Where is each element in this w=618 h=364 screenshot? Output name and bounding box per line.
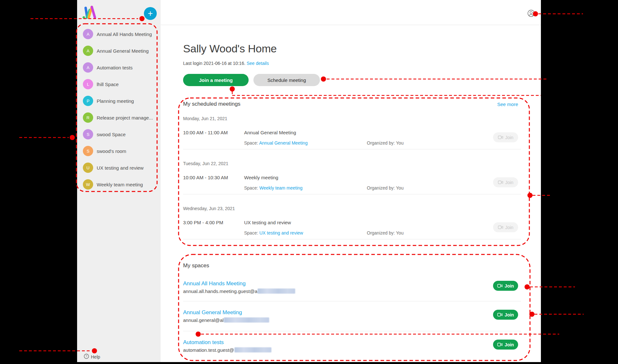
scheduled-meetings-list: Monday, Jun 21, 2021 10:00 AM - 11:00 AM… <box>183 116 521 239</box>
space-link[interactable]: Annual General Meeting <box>183 309 521 316</box>
page-title: Sally Wood's Home <box>183 42 521 55</box>
app-window: + A Annual All Hands Meeting A Annual Ge… <box>77 0 541 362</box>
meeting-row: 3:00 PM - 4:00 PMUX testing and review S… <box>183 220 521 236</box>
help-icon: ? <box>84 354 89 360</box>
top-bar <box>161 0 541 25</box>
sidebar-space-item[interactable]: A Annual General Meeting <box>83 42 159 59</box>
join-space-button[interactable]: Join <box>493 281 518 291</box>
meeting-time: 3:00 PM - 4:00 PM <box>183 220 244 225</box>
space-avatar: L <box>83 79 93 89</box>
join-meeting-button[interactable]: Join <box>493 132 518 142</box>
space-name-label: Planning meeting <box>97 98 134 104</box>
meeting-row: 10:00 AM - 10:30 AMWeekly meeting Space:… <box>183 175 521 191</box>
space-link[interactable]: Annual All Hands Meeting <box>183 280 521 287</box>
redacted-email-domain <box>234 347 271 352</box>
space-avatar: A <box>83 29 93 39</box>
space-name-label: UX testing and review <box>97 165 144 171</box>
space-label: Space: <box>244 185 259 191</box>
redacted-email-domain <box>224 317 269 323</box>
space-avatar: W <box>83 179 93 190</box>
app-logo-icon <box>82 5 98 21</box>
space-avatar: U <box>83 163 93 173</box>
row-divider <box>183 194 521 194</box>
sidebar: + A Annual All Hands Meeting A Annual Ge… <box>77 0 161 362</box>
schedule-meeting-button[interactable]: Schedule meeting <box>253 74 320 86</box>
space-list: A Annual All Hands Meeting A Annual Gene… <box>83 26 159 193</box>
space-email-text: annual.general@al <box>183 317 224 323</box>
space-name-label: swood's room <box>97 148 126 154</box>
space-avatar: R <box>83 112 93 123</box>
sidebar-space-item[interactable]: L lhill Space <box>83 76 159 93</box>
sidebar-space-item[interactable]: S swood's room <box>83 143 159 159</box>
see-details-link[interactable]: See details <box>247 61 269 66</box>
space-avatar: A <box>83 62 93 73</box>
space-avatar: A <box>83 46 93 56</box>
meeting-space-link[interactable]: UX testing and review <box>259 230 303 235</box>
space-name-label: Release project manage... <box>97 115 153 120</box>
space-email: annual.all.hands.meeting.guest@a <box>183 288 521 294</box>
organized-by-text: Organized by: You <box>367 185 403 191</box>
profile-avatar-icon[interactable] <box>527 10 535 18</box>
new-space-button[interactable]: + <box>144 7 157 20</box>
row-divider <box>183 239 521 239</box>
meeting-space-line: Space: Annual General Meeting <box>244 140 367 146</box>
space-label: Space: <box>244 140 259 146</box>
join-button-label: Join <box>505 135 514 140</box>
meeting-space-link[interactable]: Weekly team meeting <box>259 185 302 191</box>
schedule-day-group: Wednesday, Jun 23, 2021 3:00 PM - 4:00 P… <box>183 206 521 239</box>
space-row: Annual All Hands Meeting annual.all.hand… <box>183 280 521 294</box>
my-spaces-title: My spaces <box>183 262 521 269</box>
see-more-link[interactable]: See more <box>497 102 518 107</box>
join-space-button[interactable]: Join <box>493 310 518 320</box>
space-name-label: Annual General Meeting <box>97 48 149 54</box>
row-divider <box>183 331 521 331</box>
organized-by-text: Organized by: You <box>367 140 403 146</box>
meeting-space-line: Space: Weekly team meeting <box>244 185 367 191</box>
svg-text:?: ? <box>85 354 87 358</box>
space-name-label: swood Space <box>97 132 126 137</box>
space-avatar: S <box>83 146 93 156</box>
join-meeting-button[interactable]: Join <box>493 177 518 187</box>
sidebar-space-item[interactable]: A Automation tests <box>83 59 159 76</box>
sidebar-space-item[interactable]: R Release project manage... <box>83 109 159 126</box>
sidebar-space-item[interactable]: S swood Space <box>83 126 159 143</box>
last-login-line: Last login 2021-06-16 at 10:16. See deta… <box>183 61 521 66</box>
home-content: Sally Wood's Home Last login 2021-06-16 … <box>183 42 521 353</box>
space-avatar: P <box>83 96 93 106</box>
redacted-email-domain <box>258 289 295 294</box>
scheduled-meetings-title: My scheduled meetings <box>183 101 241 107</box>
space-link[interactable]: Automation tests <box>183 339 521 346</box>
meeting-row: 10:00 AM - 11:00 AMAnnual General Meetin… <box>183 130 521 146</box>
sidebar-space-item[interactable]: A Annual All Hands Meeting <box>83 26 159 42</box>
screenshot-canvas: { "colors": { "annotation_red": "#ee0000… <box>0 0 618 364</box>
sidebar-space-item[interactable]: U UX testing and review <box>83 159 159 176</box>
last-login-text: Last login 2021-06-16 at 10:16. <box>183 61 245 66</box>
space-avatar: S <box>83 129 93 139</box>
sidebar-space-item[interactable]: P Planning meeting <box>83 93 159 109</box>
space-email: automation.test.guest@ <box>183 347 521 353</box>
join-space-button[interactable]: Join <box>493 340 518 350</box>
space-email: annual.general@al <box>183 317 521 323</box>
meeting-title: UX testing and review <box>244 220 291 225</box>
meeting-space-link[interactable]: Annual General Meeting <box>259 140 308 146</box>
schedule-day-group: Monday, Jun 21, 2021 10:00 AM - 11:00 AM… <box>183 116 521 149</box>
space-email-text: annual.all.hands.meeting.guest@a <box>183 289 257 294</box>
meeting-space-line: Space: UX testing and review <box>244 230 367 236</box>
help-button[interactable]: ? Help <box>84 354 100 360</box>
annotation-dot <box>70 135 75 140</box>
space-row: Annual General Meeting annual.general@al… <box>183 309 521 323</box>
space-name-label: Annual All Hands Meeting <box>97 31 152 37</box>
join-meeting-button[interactable]: Join <box>493 222 518 232</box>
join-a-meeting-button[interactable]: Join a meeting <box>183 74 249 86</box>
my-spaces-list: Annual All Hands Meeting annual.all.hand… <box>183 280 521 353</box>
space-name-label: Automation tests <box>97 65 133 70</box>
row-divider <box>183 149 521 149</box>
schedule-date: Tuesday, Jun 22, 2021 <box>183 161 521 166</box>
schedule-date: Wednesday, Jun 23, 2021 <box>183 206 521 211</box>
join-button-label: Join <box>505 225 514 230</box>
sidebar-space-item[interactable]: W Weekly team meeting <box>83 176 159 193</box>
organized-by-text: Organized by: You <box>367 230 403 236</box>
space-email-text: automation.test.guest@ <box>183 347 234 353</box>
join-button-label: Join <box>505 283 514 289</box>
main-area: Sally Wood's Home Last login 2021-06-16 … <box>161 0 541 362</box>
